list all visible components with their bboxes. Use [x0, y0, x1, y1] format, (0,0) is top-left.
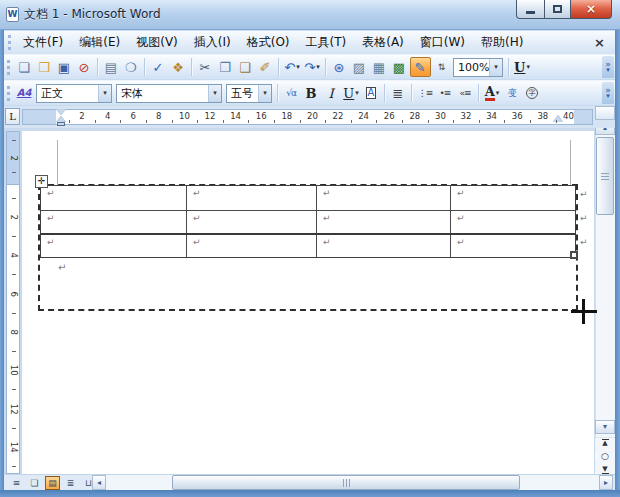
vertical-scrollbar-thumb[interactable] — [596, 137, 614, 215]
insert-table-icon[interactable]: ▦ — [370, 57, 389, 77]
menu-item-4[interactable]: 格式(O) — [239, 32, 298, 53]
table-cell-r1c1[interactable]: ↵ — [41, 186, 187, 211]
menu-item-3[interactable]: 插入(I) — [186, 32, 239, 53]
style-combobox-arrow[interactable]: ▾ — [98, 85, 111, 102]
permission-icon[interactable]: ⊘ — [75, 57, 94, 77]
vruler-tick — [12, 313, 16, 314]
table-move-handle[interactable]: ✛ — [35, 175, 48, 188]
redo-icon[interactable]: ↷▾ — [303, 57, 322, 77]
new-document-icon[interactable]: ❏ — [15, 57, 34, 77]
menu-item-5[interactable]: 工具(T) — [298, 32, 355, 53]
show-marks-icon[interactable]: ⇅ — [432, 57, 451, 77]
toolbar-drag-handle[interactable] — [7, 86, 10, 101]
menu-item-8[interactable]: 帮助(H) — [473, 32, 531, 53]
undo-icon-dropdown[interactable]: ▾ — [296, 63, 300, 71]
toolbar-drag-handle[interactable] — [8, 35, 11, 50]
menu-item-0[interactable]: 文件(F) — [15, 32, 71, 53]
numbered-list-icon[interactable]: ⋮≡ — [416, 83, 435, 103]
maximize-button[interactable] — [544, 0, 571, 19]
horizontal-scrollbar-thumb[interactable] — [172, 475, 520, 490]
cut-icon[interactable]: ✂ — [196, 57, 215, 77]
table-cell-r2c3[interactable]: ↵ — [317, 211, 451, 235]
format-painter-icon[interactable]: ✐ — [256, 57, 275, 77]
center-align-icon[interactable]: ≣ — [389, 83, 408, 103]
menubar-close-icon[interactable]: × — [594, 35, 605, 50]
redo-icon-dropdown[interactable]: ▾ — [316, 63, 320, 71]
ruler-number-32: 32 — [458, 112, 474, 121]
table-cell-r3c3[interactable]: ↵ — [317, 235, 451, 257]
open-folder-icon[interactable]: ❒ — [35, 57, 54, 77]
tables-and-borders-icon[interactable]: ▨ — [350, 57, 369, 77]
underline-style-icon-dropdown[interactable]: ▾ — [526, 63, 530, 71]
table-resize-handle[interactable] — [570, 251, 578, 259]
bullet-list-icon[interactable]: •≡ — [436, 83, 455, 103]
equation-icon[interactable]: √α — [282, 83, 301, 103]
menu-item-2[interactable]: 视图(V) — [128, 32, 186, 53]
hyperlink-icon[interactable]: ⊛ — [330, 57, 349, 77]
view-normal-button[interactable]: ≡ — [9, 476, 24, 490]
tab-selector-button[interactable]: L — [5, 108, 20, 125]
vruler-number-2: 2 — [9, 211, 18, 224]
research-icon[interactable]: ❖ — [169, 57, 188, 77]
view-web-layout-button[interactable]: ❏ — [27, 476, 42, 490]
drawing-icon[interactable]: ✎ — [410, 57, 431, 77]
window-title: 文档 1 - Microsoft Word — [24, 6, 161, 23]
decrease-indent-icon[interactable]: «≡ — [456, 83, 475, 103]
vruler-number-4: 4 — [9, 249, 18, 262]
size-combobox[interactable]: 五号▾ — [226, 84, 272, 103]
table-cell-r1c2[interactable]: ↵ — [187, 186, 317, 211]
font-combobox[interactable]: 宋体▾ — [116, 84, 222, 103]
paste-icon[interactable]: ❑ — [236, 57, 255, 77]
font-combobox-arrow[interactable]: ▾ — [208, 85, 221, 102]
zoom-combobox[interactable]: 100%▾ — [453, 58, 503, 77]
close-button[interactable]: × — [570, 0, 612, 19]
toolbar-options-chevron[interactable]: »▾ — [602, 56, 614, 78]
menu-item-7[interactable]: 窗口(W) — [412, 32, 473, 53]
table-cell-r2c1[interactable]: ↵ — [41, 211, 187, 235]
table-cell-r1c4[interactable]: ↵ — [451, 186, 575, 211]
previous-page-button[interactable]: ▲ — [595, 437, 615, 449]
table-cell-r2c2[interactable]: ↵ — [187, 211, 317, 235]
view-page-layout-button[interactable]: ▤ — [45, 476, 60, 490]
enclosed-character-icon[interactable]: 字 — [523, 83, 542, 103]
scroll-right-button[interactable]: ▸ — [599, 475, 613, 490]
table-cell-r1c3[interactable]: ↵ — [317, 186, 451, 211]
phonetic-guide-icon[interactable]: 变 — [503, 83, 522, 103]
menu-item-6[interactable]: 表格(A) — [354, 32, 412, 53]
toolbar-options-chevron[interactable]: »▾ — [602, 82, 614, 104]
scroll-left-button[interactable]: ◂ — [92, 475, 106, 490]
underline-style-icon[interactable]: U▾ — [513, 57, 532, 77]
table-cell-r3c1[interactable]: ↵ — [41, 235, 187, 257]
character-border-icon[interactable]: A — [362, 83, 381, 103]
undo-icon[interactable]: ↶▾ — [283, 57, 302, 77]
spelling-check-icon[interactable]: ✓ — [149, 57, 168, 77]
view-outline-button[interactable]: ≣ — [63, 476, 78, 490]
underline-icon[interactable]: U▾ — [342, 83, 361, 103]
style-combobox[interactable]: 正文▾ — [36, 84, 112, 103]
minimize-button[interactable] — [516, 0, 545, 19]
toolbar-drag-handle[interactable] — [7, 60, 10, 75]
menu-item-1[interactable]: 编辑(E) — [71, 32, 128, 53]
table-cell-r3c4[interactable]: ↵ — [451, 235, 575, 257]
print-preview-icon[interactable]: ❍ — [122, 57, 141, 77]
table-cell-r2c4[interactable]: ↵ — [451, 211, 575, 235]
underline-icon-dropdown[interactable]: ▾ — [355, 89, 359, 97]
table[interactable]: ↵↵↵↵↵↵↵↵↵↵↵↵ — [40, 185, 576, 258]
print-icon[interactable]: ▤ — [102, 57, 121, 77]
save-icon[interactable]: ▣ — [55, 57, 74, 77]
thumb-grip — [346, 479, 347, 487]
font-color-icon[interactable]: A▾ — [483, 83, 502, 103]
first-line-indent-marker[interactable] — [56, 109, 66, 115]
italic-icon[interactable]: I — [322, 83, 341, 103]
styles-pane-icon[interactable]: A4 — [15, 83, 34, 103]
left-indent-marker[interactable] — [57, 122, 65, 126]
insert-excel-icon[interactable]: ▩ — [390, 57, 409, 77]
font-color-icon-dropdown[interactable]: ▾ — [496, 89, 500, 97]
scroll-down-button[interactable]: ▾ — [595, 420, 615, 434]
select-browse-object-button[interactable]: ○ — [595, 450, 615, 462]
zoom-combobox-arrow[interactable]: ▾ — [489, 59, 502, 76]
table-cell-r3c2[interactable]: ↵ — [187, 235, 317, 257]
copy-icon[interactable]: ❐ — [216, 57, 235, 77]
bold-icon[interactable]: B — [302, 83, 321, 103]
size-combobox-arrow[interactable]: ▾ — [258, 85, 271, 102]
